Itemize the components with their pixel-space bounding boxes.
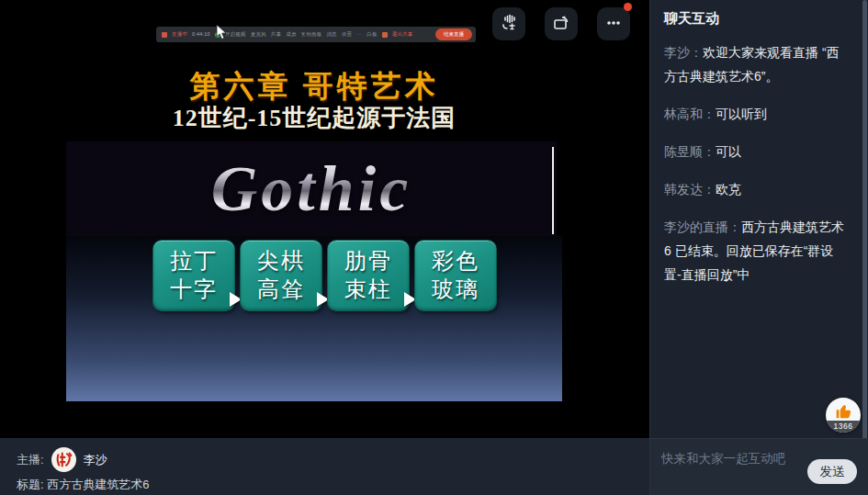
concept-box-line1: 拉丁 — [170, 247, 218, 276]
chat-message-text: 可以 — [716, 144, 741, 159]
chat-input[interactable] — [661, 444, 799, 472]
stream-title-text: 西方古典建筑艺术6 — [47, 478, 149, 491]
chat-message-text: 可以听到 — [716, 107, 767, 121]
chat-message: 李沙：欢迎大家来观看直播 “西方古典建筑艺术6”。 — [664, 40, 850, 88]
chat-message: 韩发达：欧克 — [664, 177, 850, 201]
concept-box-line2: 十字 — [170, 276, 218, 304]
shared-screen-toolbar[interactable]: 直播中0:44:10开启视频麦克风共享成员互动面板消息设置···白板退出共享结束… — [156, 27, 476, 42]
toolbar-item[interactable]: 直播中 — [172, 32, 187, 38]
more-dots-icon — [603, 13, 624, 36]
exit-door-icon[interactable] — [382, 32, 388, 38]
gothic-banner: Gothic — [66, 141, 557, 236]
banner-edge-line — [552, 147, 554, 234]
mouse-cursor-icon — [216, 24, 228, 44]
rotate-screen-button[interactable] — [545, 7, 578, 40]
concept-box: 彩色玻璃 — [415, 241, 496, 310]
concept-box-line2: 玻璃 — [432, 276, 479, 304]
toolbar-item[interactable]: 成员 — [286, 32, 296, 38]
chat-message-sender: 李沙的直播： — [664, 219, 741, 234]
voice-waveform-button[interactable] — [492, 7, 525, 40]
host-row: 主播: 李沙 — [17, 447, 107, 472]
host-label: 主播: — [17, 452, 44, 468]
voice-waveform-icon — [499, 13, 519, 36]
host-info-bar: 主播: 李沙 标题: 西方古典建筑艺术6 — [0, 438, 649, 495]
video-area: 直播中0:44:10开启视频麦克风共享成员互动面板消息设置···白板退出共享结束… — [0, 0, 649, 438]
chat-message-sender: 陈昱顺： — [664, 144, 716, 159]
chat-message: 陈昱顺：可以 — [664, 140, 850, 163]
toolbar-item[interactable]: 消息 — [326, 32, 336, 38]
chart-bars-icon[interactable] — [162, 32, 167, 38]
chat-scrollbar[interactable] — [862, 0, 867, 495]
gothic-banner-text: Gothic — [211, 152, 411, 226]
chat-message-sender: 韩发达： — [664, 182, 716, 197]
concept-box-line1: 肋骨 — [344, 247, 392, 276]
concept-box-line1: 彩色 — [432, 247, 479, 276]
notification-dot — [624, 3, 632, 11]
toolbar-item[interactable]: 共享 — [271, 32, 281, 38]
concept-box: 尖栱高耸 — [241, 241, 321, 310]
chat-message-list: 李沙：欢迎大家来观看直播 “西方古典建筑艺术6”。林高和：可以听到陈昱顺：可以韩… — [664, 40, 850, 300]
stream-title-label: 标题: — [17, 478, 44, 491]
toolbar-item[interactable]: 开启视频 — [225, 32, 246, 38]
concept-box: 肋骨束柱 — [328, 241, 409, 310]
chat-message-sender: 李沙： — [664, 45, 703, 60]
host-name: 李沙 — [84, 452, 107, 468]
stream-title-row: 标题: 西方古典建筑艺术6 — [17, 477, 149, 493]
toolbar-item[interactable]: 设置 — [342, 32, 352, 38]
chat-message-sender: 林高和： — [664, 107, 716, 121]
chat-input-bar: 发送 — [650, 438, 868, 495]
thumbs-up-icon — [833, 401, 853, 422]
concept-box-line2: 高耸 — [257, 276, 305, 304]
toolbar-item[interactable]: 白板 — [366, 32, 377, 38]
more-options-button[interactable] — [597, 7, 630, 40]
live-stream-window: 直播中0:44:10开启视频麦克风共享成员互动面板消息设置···白板退出共享结束… — [0, 0, 868, 495]
chat-message-text: 欧克 — [716, 182, 741, 197]
toolbar-item[interactable]: 退出共享 — [392, 32, 413, 38]
chat-header: 聊天互动 — [664, 10, 719, 28]
like-count-badge: 1366 — [826, 421, 861, 433]
host-avatar — [51, 447, 76, 472]
end-live-button[interactable]: 结束直播 — [435, 28, 472, 41]
toolbar-item[interactable]: 互动面板 — [301, 32, 322, 38]
slide-subtitle: 12世纪-15世纪起源于法国 — [66, 102, 562, 134]
concept-box: 拉丁十字 — [153, 241, 234, 310]
send-button[interactable]: 发送 — [807, 459, 857, 484]
toolbar-item[interactable]: ··· — [356, 32, 362, 38]
toolbar-item[interactable]: 麦克风 — [251, 32, 266, 38]
toolbar-item[interactable]: 0:44:10 — [192, 32, 210, 38]
chat-message: 李沙的直播：西方古典建筑艺术6 已结束。回放已保存在“群设置-直播回放”中 — [664, 215, 850, 287]
concept-box-line1: 尖栱 — [257, 247, 305, 276]
like-button[interactable]: 1366 — [826, 398, 861, 433]
chat-panel: 聊天互动 李沙：欢迎大家来观看直播 “西方古典建筑艺术6”。林高和：可以听到陈昱… — [649, 0, 868, 495]
chat-message: 林高和：可以听到 — [664, 102, 850, 126]
concept-box-line2: 束柱 — [344, 276, 392, 304]
rotate-screen-icon — [551, 13, 571, 36]
